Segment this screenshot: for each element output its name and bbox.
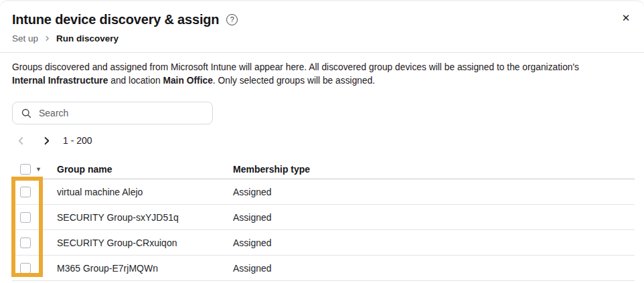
previous-page-icon[interactable] — [13, 133, 28, 148]
row-checkbox[interactable] — [20, 263, 31, 274]
breadcrumb: Set up Run discovery — [12, 33, 632, 43]
intune-discovery-dialog: Intune device discovery & assign ? ✕ Set… — [0, 0, 644, 283]
group-name: virtual machine Alejo — [57, 187, 143, 197]
column-header-group-name: Group name — [57, 164, 112, 175]
column-header-membership-type: Membership type — [233, 164, 310, 175]
pagination: 1 - 200 — [12, 133, 644, 148]
group-name: M365 Group-E7rjMQWn — [57, 263, 158, 274]
membership-type: Assigned — [233, 238, 272, 248]
membership-type: Assigned — [233, 187, 272, 197]
table-row[interactable]: SECURITY Group-sxYJD51q Assigned — [12, 205, 635, 230]
help-icon[interactable]: ? — [226, 14, 238, 25]
page-title: Intune device discovery & assign — [12, 12, 219, 27]
chevron-down-icon[interactable]: ▼ — [35, 164, 42, 175]
description-text: Groups discovered and assigned from Micr… — [0, 53, 644, 88]
row-checkbox[interactable] — [20, 187, 31, 197]
dialog-header: Intune device discovery & assign ? ✕ Set… — [0, 0, 644, 43]
search-icon — [21, 108, 32, 119]
group-name: SECURITY Group-sxYJD51q — [57, 212, 179, 223]
close-icon[interactable]: ✕ — [619, 11, 633, 25]
membership-type: Assigned — [233, 212, 272, 223]
row-checkbox[interactable] — [20, 212, 31, 223]
chevron-right-icon — [44, 35, 51, 42]
description-line1: Groups discovered and assigned from Micr… — [12, 61, 635, 74]
membership-type: Assigned — [233, 263, 272, 274]
page-range: 1 - 200 — [63, 135, 92, 146]
next-page-icon[interactable] — [39, 133, 54, 148]
group-name: SECURITY Group-CRxuiqon — [57, 238, 177, 248]
description-line2: Internal Infrastructure and location Mai… — [12, 74, 635, 88]
breadcrumb-run-discovery: Run discovery — [56, 33, 118, 43]
select-all-checkbox[interactable] — [20, 164, 31, 175]
table-header-row: ▼ Group name Membership type — [12, 159, 635, 179]
row-checkbox[interactable] — [20, 238, 31, 248]
table-row[interactable]: M365 Group-E7rjMQWn Assigned — [12, 256, 635, 281]
breadcrumb-setup[interactable]: Set up — [12, 33, 38, 43]
search-input[interactable] — [39, 108, 206, 118]
groups-table: ▼ Group name Membership type virtual mac… — [12, 159, 635, 281]
search-box[interactable] — [12, 102, 213, 124]
table-row[interactable]: virtual machine Alejo Assigned — [12, 179, 635, 205]
table-row[interactable]: SECURITY Group-CRxuiqon Assigned — [12, 230, 635, 256]
